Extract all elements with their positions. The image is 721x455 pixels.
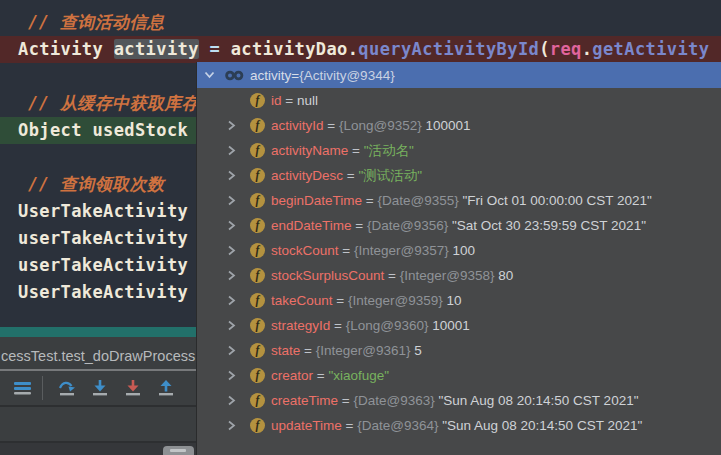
field-icon: f [250, 318, 265, 333]
field-value: 10 [446, 293, 461, 308]
equals-sign: = [384, 268, 399, 283]
code-token: . [582, 39, 593, 59]
field-icon: f [250, 368, 265, 383]
field-icon: f [250, 268, 265, 283]
type-reference: {Integer@9358} [400, 268, 499, 283]
field-icon: f [250, 218, 265, 233]
field-icon: f [250, 118, 265, 133]
field-name: id [271, 93, 282, 108]
debugger-menu-icon[interactable] [11, 378, 33, 398]
chevron-right-icon[interactable] [227, 270, 239, 281]
field-name: activityName [271, 143, 348, 158]
field-icon: f [250, 393, 265, 408]
variable-row-createTime[interactable]: fcreateTime = {Date@9363} "Sun Aug 08 20… [197, 388, 721, 413]
field-icon: f [250, 193, 265, 208]
equals-sign: = [313, 368, 328, 383]
root-variable-ref: {Activity@9344} [299, 68, 395, 83]
field-icon: f [250, 243, 265, 258]
step-over-icon[interactable] [56, 378, 78, 398]
chevron-right-icon[interactable] [227, 295, 239, 306]
equals-sign: = [330, 318, 345, 333]
scrollbar-thumb[interactable] [163, 446, 194, 455]
code-token: userTakeActivity [18, 255, 188, 275]
equals-sign: = [362, 193, 377, 208]
field-value: "测试活动" [358, 167, 422, 185]
variable-row-state[interactable]: fstate = {Integer@9361} 5 [197, 338, 721, 363]
equals-sign: = [352, 218, 367, 233]
field-value: "xiaofuge" [328, 368, 389, 383]
code-token: = [209, 39, 230, 59]
variable-row-updateTime[interactable]: fupdateTime = {Date@9364} "Sun Aug 08 20… [197, 413, 721, 438]
comment-line: // 查询活动信息 [0, 9, 721, 36]
field-icon: f [250, 93, 265, 108]
force-step-into-icon[interactable] [122, 378, 144, 398]
chevron-right-icon[interactable] [227, 195, 239, 206]
type-reference: {Integer@9357} [354, 243, 453, 258]
code-token: // 查询活动信息 [28, 12, 164, 32]
variable-row-endDateTime[interactable]: fendDateTime = {Date@9356} "Sat Oct 30 2… [197, 213, 721, 238]
field-name: stockSurplusCount [271, 268, 384, 283]
field-name: strategyId [271, 318, 330, 333]
equals-sign: = [348, 143, 363, 158]
code-token: UserTakeActivity [18, 282, 188, 302]
field-icon: f [250, 293, 265, 308]
equals-sign: = [339, 243, 354, 258]
step-out-icon[interactable] [155, 378, 177, 398]
variable-row-id[interactable]: fid = null [197, 88, 721, 113]
chevron-right-icon[interactable] [227, 395, 239, 406]
highlighted-identifier: activity [114, 39, 199, 59]
field-value: "Sun Aug 08 20:14:50 CST 2021" [442, 418, 642, 433]
code-token: Object usedStock [18, 120, 188, 140]
chevron-right-icon[interactable] [227, 320, 239, 331]
code-token: getActivity [592, 39, 709, 59]
field-value: "Sun Aug 08 20:14:50 CST 2021" [438, 393, 638, 408]
variable-row-beginDateTime[interactable]: fbeginDateTime = {Date@9355} "Fri Oct 01… [197, 188, 721, 213]
field-icon: f [250, 418, 265, 433]
field-name: stockCount [271, 243, 339, 258]
equals-sign: = [282, 93, 297, 108]
field-value: 10001 [432, 318, 470, 333]
chevron-right-icon[interactable] [227, 245, 239, 256]
chevron-right-icon[interactable] [227, 220, 239, 231]
field-value: "Sat Oct 30 23:59:59 CST 2021" [452, 218, 646, 233]
field-name: createTime [271, 393, 338, 408]
equals-sign: = [324, 118, 339, 133]
field-name: activityDesc [271, 168, 343, 183]
type-reference: {Integer@9359} [348, 293, 447, 308]
equals-sign: = [343, 168, 358, 183]
field-name: state [271, 343, 300, 358]
step-into-icon[interactable] [89, 378, 111, 398]
equals-sign: = [342, 418, 357, 433]
chevron-right-icon[interactable] [227, 145, 239, 156]
chevron-right-icon[interactable] [227, 420, 239, 431]
variable-row-stockSurplusCount[interactable]: fstockSurplusCount = {Integer@9358} 80 [197, 263, 721, 288]
chevron-right-icon[interactable] [227, 120, 239, 131]
chevron-right-icon[interactable] [227, 170, 239, 181]
type-reference: {Long@9360} [346, 318, 433, 333]
variable-row-activityName[interactable]: factivityName = "活动名" [197, 138, 721, 163]
variable-row-takeCount[interactable]: ftakeCount = {Integer@9359} 10 [197, 288, 721, 313]
equals-sign: = [333, 293, 348, 308]
toolbar-separator [42, 376, 43, 400]
ide-window: // 查询活动信息Activity activity = activityDao… [0, 0, 721, 455]
code-token: req [550, 39, 582, 59]
variable-row-stockCount[interactable]: fstockCount = {Integer@9357} 100 [197, 238, 721, 263]
chevron-right-icon[interactable] [227, 370, 239, 381]
type-reference: {Integer@9361} [316, 343, 415, 358]
variable-row-activityDesc[interactable]: factivityDesc = "测试活动" [197, 163, 721, 188]
debug-session-tab[interactable]: cessTest.test_doDrawProcess [0, 343, 195, 369]
field-value: 80 [498, 268, 513, 283]
field-value: 100001 [425, 118, 470, 133]
variable-row-creator[interactable]: fcreator = "xiaofuge" [197, 363, 721, 388]
type-reference: {Date@9363} [353, 393, 438, 408]
variable-root-row[interactable]: activity = {Activity@9344} [197, 62, 721, 88]
field-value: null [297, 93, 318, 108]
variable-row-activityId[interactable]: factivityId = {Long@9352} 100001 [197, 113, 721, 138]
chevron-down-icon[interactable] [204, 71, 218, 79]
field-name: activityId [271, 118, 324, 133]
variable-row-strategyId[interactable]: fstrategyId = {Long@9360} 10001 [197, 313, 721, 338]
field-icon: f [250, 343, 265, 358]
chevron-right-icon[interactable] [227, 345, 239, 356]
code-token: activityDao. [231, 39, 359, 59]
type-reference: {Date@9356} [367, 218, 452, 233]
